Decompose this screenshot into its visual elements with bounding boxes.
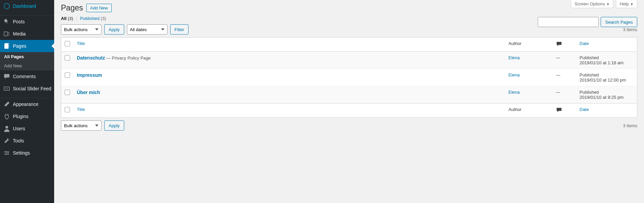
sidebar-label: Social Slider Feed [13, 86, 51, 91]
sidebar-submenu: All Pages Add New [0, 52, 54, 70]
admin-sidebar: Dashboard Posts Media Pages All Pages Ad… [0, 0, 54, 203]
col-comments-header[interactable] [553, 38, 576, 52]
row-comments: — [553, 52, 576, 69]
sidebar-item-settings[interactable]: Settings [0, 147, 54, 159]
row-title-link[interactable]: Über mich [77, 90, 100, 95]
filter-button[interactable]: Filter [170, 24, 189, 35]
row-checkbox[interactable] [65, 72, 70, 78]
chevron-down-icon: ▼ [630, 2, 634, 6]
settings-icon [3, 150, 10, 156]
sidebar-item-pages[interactable]: Pages [0, 40, 54, 52]
svg-rect-3 [5, 43, 9, 48]
add-new-button[interactable]: Add New [86, 4, 112, 12]
sidebar-label: Pages [13, 43, 26, 49]
row-date: Published2019/01/10 at 1:16 am [576, 52, 637, 69]
row-author-link[interactable]: Elena [509, 90, 520, 95]
sidebar-sub-add-new[interactable]: Add New [0, 61, 54, 70]
items-count-bottom: 3 items [623, 123, 637, 128]
date-filter-select[interactable]: All dates [127, 24, 168, 35]
select-all-checkbox-bottom[interactable] [65, 107, 70, 112]
table-row: Impressum Elena — Published2019/01/10 at… [61, 69, 637, 86]
plug-icon [3, 113, 10, 120]
select-all-checkbox[interactable] [65, 41, 70, 46]
row-checkbox[interactable] [65, 55, 70, 61]
sidebar-item-tools[interactable]: Tools [0, 135, 54, 147]
chevron-down-icon: ▼ [606, 2, 609, 6]
bulk-apply-button[interactable]: Apply [104, 24, 124, 35]
sidebar-label: Users [13, 126, 25, 131]
table-row: Datenschutz — Privacy Policy Page Elena … [61, 52, 637, 69]
row-title-link[interactable]: Datenschutz [77, 55, 105, 61]
sidebar-item-plugins[interactable]: Plugins [0, 110, 54, 122]
sidebar-item-social-slider[interactable]: Social Slider Feed [0, 83, 54, 95]
sidebar-item-dashboard[interactable]: Dashboard [0, 0, 54, 12]
svg-point-8 [5, 126, 8, 129]
row-comments: — [553, 86, 576, 104]
col-date-header[interactable]: Date [576, 38, 637, 52]
bulk-apply-button-bottom[interactable]: Apply [104, 120, 124, 131]
filter-all[interactable]: All (3) [61, 16, 73, 21]
sidebar-label: Tools [13, 138, 24, 143]
svg-point-11 [6, 154, 7, 155]
comment-icon [3, 73, 10, 80]
pin-icon [3, 18, 10, 25]
table-row: Über mich Elena — Published2019/01/10 at… [61, 86, 637, 104]
svg-point-5 [5, 88, 6, 89]
bulk-actions-select[interactable]: Bulk actions [61, 24, 102, 35]
col-date-footer[interactable]: Date [576, 104, 637, 118]
row-note: — Privacy Policy Page [105, 55, 151, 61]
sidebar-label: Appearance [13, 102, 39, 107]
svg-point-10 [8, 153, 9, 154]
col-author-header: Author [505, 38, 553, 52]
bulk-actions-select-bottom[interactable]: Bulk actions [61, 120, 102, 131]
col-title-footer[interactable]: Title [73, 104, 505, 118]
page-title: Pages [61, 3, 83, 13]
sidebar-item-users[interactable]: Users [0, 122, 54, 135]
sidebar-item-appearance[interactable]: Appearance [0, 98, 54, 110]
filter-published[interactable]: Published (3) [80, 16, 106, 21]
svg-point-6 [6, 88, 7, 89]
sidebar-label: Posts [13, 19, 25, 24]
main-content: Screen Options▼ Help▼ Pages Add New All … [54, 0, 644, 203]
user-icon [3, 125, 10, 132]
dashboard-icon [3, 3, 10, 9]
sidebar-label: Dashboard [13, 3, 36, 9]
svg-point-7 [7, 88, 8, 89]
sidebar-item-posts[interactable]: Posts [0, 16, 54, 28]
sidebar-item-media[interactable]: Media [0, 28, 54, 40]
brush-icon [3, 101, 10, 108]
sidebar-sub-all-pages[interactable]: All Pages [0, 52, 54, 61]
row-author-link[interactable]: Elena [509, 55, 520, 60]
slider-icon [3, 85, 10, 92]
row-title-link[interactable]: Impressum [77, 72, 102, 78]
media-icon [3, 30, 10, 37]
col-author-footer: Author [505, 104, 553, 118]
row-checkbox[interactable] [65, 90, 70, 95]
sidebar-item-comments[interactable]: Comments [0, 70, 54, 83]
items-count: 3 items [623, 27, 637, 32]
sidebar-label: Plugins [13, 114, 28, 119]
col-comments-footer[interactable] [553, 104, 576, 118]
screen-options-tab[interactable]: Screen Options▼ [571, 0, 614, 8]
col-title-header[interactable]: Title [73, 38, 505, 52]
help-tab[interactable]: Help▼ [616, 0, 637, 8]
svg-rect-1 [4, 32, 7, 36]
row-author-link[interactable]: Elena [509, 72, 520, 77]
row-date: Published2019/01/10 at 9:25 pm [576, 86, 637, 104]
row-date: Published2019/01/10 at 12:00 pm [576, 69, 637, 86]
sidebar-label: Comments [13, 74, 36, 79]
comment-icon [556, 43, 562, 48]
comment-icon [556, 109, 562, 114]
wrench-icon [3, 137, 10, 144]
row-comments: — [553, 69, 576, 86]
svg-point-9 [5, 151, 6, 152]
sidebar-label: Media [13, 31, 26, 37]
pages-table: Title Author Date Datenschutz — Privacy … [61, 37, 637, 118]
sidebar-label: Settings [13, 150, 30, 156]
page-icon [3, 43, 10, 49]
